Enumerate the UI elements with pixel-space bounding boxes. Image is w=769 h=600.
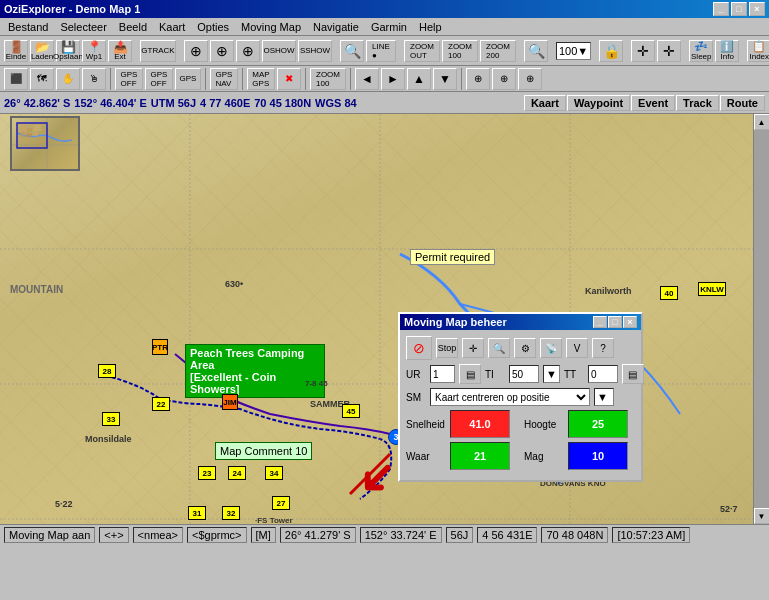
- scroll-up-btn[interactable]: ▲: [754, 114, 770, 130]
- ti-arrow[interactable]: ▼: [546, 368, 557, 380]
- einde-button[interactable]: 🚪 Einde: [4, 40, 28, 62]
- menu-garmin[interactable]: Garmin: [365, 19, 413, 35]
- mm-height-label: Hoogte: [524, 419, 564, 430]
- mm-cross-btn[interactable]: ✛: [462, 338, 484, 358]
- sm-arrow[interactable]: ▼: [597, 391, 608, 403]
- lock-icon[interactable]: 🔒: [599, 40, 623, 62]
- maximize-button[interactable]: □: [731, 2, 747, 16]
- mm-tt-input[interactable]: [588, 365, 618, 383]
- menu-bestand[interactable]: Bestand: [2, 19, 54, 35]
- tb2-gps3[interactable]: GPS: [175, 68, 201, 90]
- tb2-ctrl1[interactable]: ⊕: [466, 68, 490, 90]
- tb-icon-1[interactable]: ⊕: [184, 40, 208, 62]
- mm-restore-btn[interactable]: □: [608, 316, 622, 328]
- map-area[interactable]: Permit required Peach Trees Camping Area…: [0, 114, 769, 524]
- mm-search-btn[interactable]: 🔍: [488, 338, 510, 358]
- tb2-x[interactable]: ✖: [277, 68, 301, 90]
- map-scrollbar[interactable]: ▲ ▼: [753, 114, 769, 524]
- mm-stop-button[interactable]: ⊘: [406, 336, 432, 360]
- strack-show[interactable]: SSHOW: [298, 40, 332, 62]
- scroll-down-btn[interactable]: ▼: [754, 508, 770, 524]
- opslaan-button[interactable]: 💾 Opslaan: [56, 40, 80, 62]
- tb2-arrow-down[interactable]: ▼: [433, 68, 457, 90]
- search-button[interactable]: 🔍: [340, 40, 364, 62]
- mm-sm-dropdown[interactable]: ▼: [594, 388, 614, 406]
- info-button[interactable]: ℹ️ Info: [715, 40, 739, 62]
- tab-event[interactable]: Event: [631, 95, 675, 111]
- mm-ur-input[interactable]: [430, 365, 455, 383]
- move2-icon[interactable]: ✛: [657, 40, 681, 62]
- tb-icon-2[interactable]: ⊕: [210, 40, 234, 62]
- tb2-btn3[interactable]: ✋: [56, 68, 80, 90]
- move-icon[interactable]: ✛: [631, 40, 655, 62]
- tb2-ctrl2[interactable]: ⊕: [492, 68, 516, 90]
- wp1-button[interactable]: 📍 Wp1: [82, 40, 106, 62]
- zoom-100-button[interactable]: ZOOM100: [442, 40, 478, 62]
- wp-jim[interactable]: JIM: [222, 394, 238, 410]
- tb2-arrow-right[interactable]: ►: [381, 68, 405, 90]
- scroll-track[interactable]: [754, 130, 770, 508]
- status-lon: 152° 33.724' E: [360, 527, 442, 543]
- tab-track[interactable]: Track: [676, 95, 719, 111]
- zoom-dropdown[interactable]: 100 ▼: [556, 42, 591, 60]
- mm-gear-btn[interactable]: ⚙: [514, 338, 536, 358]
- menu-bar: Bestand Selecteer Beeld Kaart Opties Mov…: [0, 18, 769, 36]
- tb2-btn1[interactable]: ⬛: [4, 68, 28, 90]
- close-button[interactable]: ×: [749, 2, 765, 16]
- menu-kaart[interactable]: Kaart: [153, 19, 191, 35]
- zoom-dropdown-arrow[interactable]: ▼: [577, 45, 588, 57]
- mm-minimize-btn[interactable]: _: [593, 316, 607, 328]
- wp-ptr[interactable]: PTR: [152, 339, 168, 355]
- tab-kaart[interactable]: Kaart: [524, 95, 566, 111]
- zoom-200-button[interactable]: ZOOM200: [480, 40, 516, 62]
- menu-navigatie[interactable]: Navigatie: [307, 19, 365, 35]
- tb2-btn2[interactable]: 🗺: [30, 68, 54, 90]
- mm-title-buttons[interactable]: _ □ ×: [593, 316, 637, 328]
- title-bar-buttons[interactable]: _ □ ×: [713, 2, 765, 16]
- mm-button-row: ⊘ Stop ✛ 🔍 ⚙ 📡 V ?: [406, 336, 635, 360]
- laden-button[interactable]: 📂 Laden: [30, 40, 54, 62]
- line-button[interactable]: LINE●: [366, 40, 396, 62]
- menu-opties[interactable]: Opties: [191, 19, 235, 35]
- gps-btn2[interactable]: GPSOFF: [145, 68, 173, 90]
- mm-antenna-btn[interactable]: 📡: [540, 338, 562, 358]
- status-bar: Moving Map aan <+> <nmea> <$gprmc> [M] 2…: [0, 524, 769, 544]
- tab-route[interactable]: Route: [720, 95, 765, 111]
- mm-stop-label[interactable]: Stop: [436, 338, 458, 358]
- tb2-zoom-r[interactable]: ZOOM100: [310, 68, 346, 90]
- gtrack-button[interactable]: GTRACK: [140, 40, 176, 62]
- tb2-sep5: [350, 68, 351, 90]
- mm-ti-input[interactable]: [509, 365, 539, 383]
- menu-help[interactable]: Help: [413, 19, 448, 35]
- tb2-gps-nav[interactable]: GPSNAV: [210, 68, 238, 90]
- mm-v-btn[interactable]: V: [566, 338, 588, 358]
- toolbar-2: ⬛ 🗺 ✋ 🖱 GPSOFF GPSOFF GPS GPSNAV MAPGPS …: [0, 66, 769, 92]
- gps-btn[interactable]: GPSOFF: [115, 68, 143, 90]
- svg-rect-9: [20, 126, 26, 131]
- wp1-icon: 📍: [87, 41, 102, 53]
- tb-icon-3[interactable]: ⊕: [236, 40, 260, 62]
- tb2-ctrl3[interactable]: ⊕: [518, 68, 542, 90]
- tab-waypoint[interactable]: Waypoint: [567, 95, 630, 111]
- tb2-map-btn[interactable]: MAPGPS: [247, 68, 275, 90]
- mm-ti-dropdown[interactable]: ▼: [543, 365, 560, 383]
- mm-help-btn[interactable]: ?: [592, 338, 614, 358]
- sleep-button[interactable]: 💤 Sleep: [689, 40, 713, 62]
- mm-close-btn[interactable]: ×: [623, 316, 637, 328]
- ext-button[interactable]: 📤 Ext: [108, 40, 132, 62]
- tb2-arrow-left[interactable]: ◄: [355, 68, 379, 90]
- mm-tt-icon[interactable]: ▤: [622, 364, 644, 384]
- otrack-show[interactable]: OSHOW: [262, 40, 296, 62]
- mm-ur-icon[interactable]: ▤: [459, 364, 481, 384]
- zoom-icon[interactable]: 🔍: [524, 40, 548, 62]
- kanilworth-label: Kanilworth: [585, 286, 632, 296]
- tb2-btn4[interactable]: 🖱: [82, 68, 106, 90]
- menu-selecteer[interactable]: Selecteer: [54, 19, 112, 35]
- mm-sm-select[interactable]: Kaart centreren op positie: [430, 388, 590, 406]
- menu-beeld[interactable]: Beeld: [113, 19, 153, 35]
- index-button[interactable]: 📋 Index: [747, 40, 769, 62]
- tb2-arrow-up[interactable]: ▲: [407, 68, 431, 90]
- menu-moving-map[interactable]: Moving Map: [235, 19, 307, 35]
- minimize-button[interactable]: _: [713, 2, 729, 16]
- zoom-out-button[interactable]: ZOOMOUT: [404, 40, 440, 62]
